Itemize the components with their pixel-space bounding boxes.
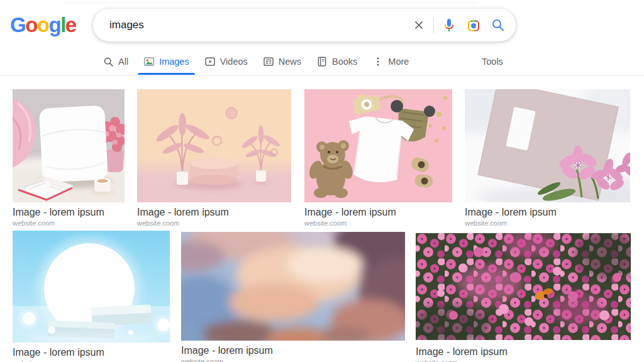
thumbnail-envelope-flowers-scene[interactable] [465, 89, 630, 202]
thumbnail-pillow-scene[interactable] [13, 89, 125, 202]
thumbnail-blue-podium-scene[interactable] [13, 231, 170, 343]
thumbnail-pink-flowers-field[interactable] [416, 233, 631, 340]
tab-all[interactable]: All [103, 55, 128, 68]
search-bar[interactable] [93, 9, 516, 41]
tab-label: More [388, 57, 409, 67]
more-vertical-icon [372, 56, 384, 67]
search-input[interactable] [108, 18, 412, 32]
result-type-tabs: All Images Videos News Books More [103, 55, 409, 68]
logo-letter: e [65, 13, 76, 36]
tab-news[interactable]: News [263, 55, 301, 68]
news-icon [263, 56, 274, 67]
thumbnail-pink-clouds-sky[interactable] [181, 232, 405, 341]
google-logo[interactable]: Google [10, 13, 76, 38]
tab-more[interactable]: More [372, 55, 409, 68]
tab-images[interactable]: Images [143, 55, 189, 68]
images-icon [143, 56, 155, 67]
result-domain: website.coom [465, 219, 630, 227]
tabs-divider [0, 75, 644, 76]
tab-label: News [279, 57, 301, 67]
logo-letter: g [49, 13, 61, 36]
result-title[interactable]: Image - lorem ipsum [137, 207, 291, 218]
result-title[interactable]: Image - lorem ipsum [13, 207, 125, 218]
image-result-3: Image - lorem ipsum website.coom [304, 89, 452, 227]
clear-icon[interactable] [412, 18, 426, 32]
image-result-5: Image - lorem ipsum website.coom [13, 231, 170, 362]
tab-books[interactable]: Books [316, 55, 357, 68]
camera-lens-icon[interactable] [466, 18, 481, 33]
logo-letter: G [10, 13, 25, 36]
search-icon[interactable] [491, 18, 506, 33]
tab-videos[interactable]: Videos [204, 55, 248, 68]
result-title[interactable]: Image - lorem ipsum [416, 346, 631, 358]
tab-label: Books [332, 57, 357, 67]
result-domain: website.coom [181, 358, 405, 362]
search-icon [103, 57, 114, 67]
image-result-7: Image - lorem ipsum website.coom [416, 233, 631, 362]
top-border-line [65, 3, 478, 3]
result-domain: website.coom [13, 359, 170, 362]
logo-letter: o [25, 13, 37, 36]
books-icon [316, 56, 328, 67]
image-result-6: Image - lorem ipsum website.coom [181, 232, 405, 362]
search-divider [433, 17, 434, 33]
result-domain: website.coom [416, 359, 631, 362]
tools-button[interactable]: Tools [482, 57, 503, 67]
result-domain: website.coom [13, 219, 125, 227]
tab-label: All [118, 57, 128, 67]
tab-label: Images [159, 57, 189, 67]
thumbnail-peach-podium-scene[interactable] [137, 89, 291, 202]
result-domain: website.coom [137, 219, 291, 227]
result-title[interactable]: Image - lorem ipsum [465, 207, 630, 218]
result-title[interactable]: Image - lorem ipsum [304, 207, 452, 218]
thumbnail-teddy-tshirt-scene[interactable] [304, 89, 452, 202]
tab-label: Videos [220, 57, 248, 67]
result-title[interactable]: Image - lorem ipsum [13, 347, 170, 358]
google-images-results-page: Google [0, 0, 644, 362]
image-result-4: Image - lorem ipsum website.coom [465, 89, 630, 227]
logo-letter: o [37, 13, 49, 36]
result-title[interactable]: Image - lorem ipsum [181, 345, 405, 356]
videos-icon [204, 56, 216, 67]
image-result-1: Image - lorem ipsum website.coom [13, 89, 125, 227]
image-result-2: Image - lorem ipsum website.coom [137, 89, 291, 227]
logo-letter: l [60, 13, 65, 36]
microphone-icon[interactable] [441, 18, 457, 33]
result-domain: website.coom [304, 219, 452, 227]
